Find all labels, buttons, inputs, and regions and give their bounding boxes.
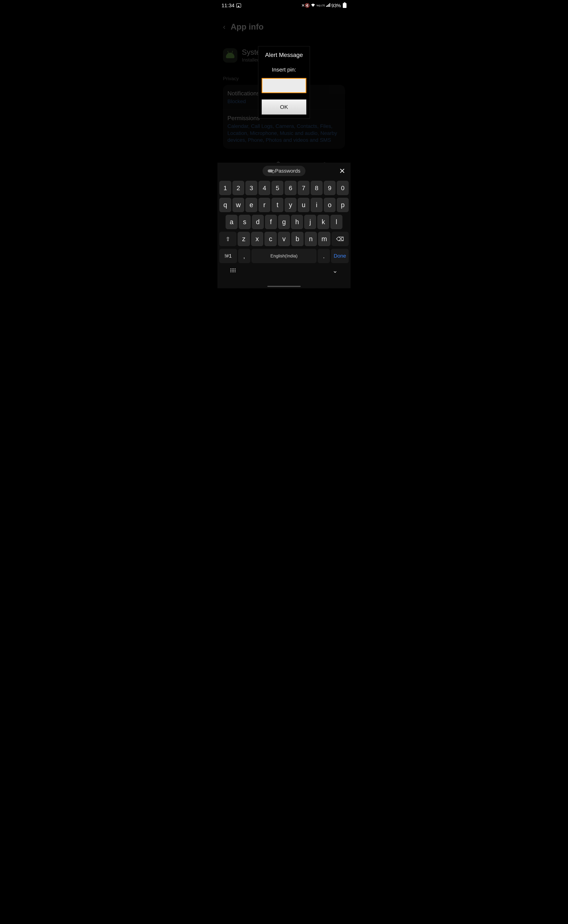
- key-i[interactable]: i: [311, 198, 323, 212]
- keyboard-row-z: ⇧ z x c v b n m ⌫: [219, 232, 349, 246]
- signal-icon: [326, 3, 330, 8]
- pin-dialog: Alert Message Insert pin: OK: [258, 46, 310, 119]
- battery-percent: 93%: [331, 3, 341, 9]
- back-icon[interactable]: ‹: [223, 23, 225, 31]
- key-done[interactable]: Done: [331, 249, 349, 263]
- svg-rect-2: [328, 4, 329, 7]
- key-backspace[interactable]: ⌫: [331, 232, 349, 246]
- key-3[interactable]: 3: [245, 181, 257, 195]
- volte-icon: Vo)) LTE: [316, 5, 325, 7]
- keyboard-row-q: q w e r t y u i o p: [219, 198, 349, 212]
- key-z[interactable]: z: [237, 232, 250, 246]
- svg-rect-3: [329, 3, 330, 7]
- key-s[interactable]: s: [239, 215, 251, 229]
- page-title: App info: [231, 22, 263, 32]
- key-6[interactable]: 6: [284, 181, 296, 195]
- key-b[interactable]: b: [291, 232, 304, 246]
- key-p[interactable]: p: [337, 198, 349, 212]
- key-7[interactable]: 7: [298, 181, 310, 195]
- key-u[interactable]: u: [298, 198, 310, 212]
- key-j[interactable]: j: [304, 215, 316, 229]
- key-symbols[interactable]: !#1: [219, 249, 237, 263]
- status-time: 11:34: [222, 3, 234, 9]
- key-x[interactable]: x: [251, 232, 263, 246]
- key-c[interactable]: c: [264, 232, 277, 246]
- key-9[interactable]: 9: [324, 181, 336, 195]
- key-shift[interactable]: ⇧: [219, 232, 237, 246]
- key-icon: [268, 169, 273, 172]
- battery-icon: [343, 3, 346, 8]
- ok-button[interactable]: OK: [261, 99, 307, 115]
- home-indicator[interactable]: [267, 286, 301, 287]
- key-5[interactable]: 5: [272, 181, 284, 195]
- key-m[interactable]: m: [318, 232, 331, 246]
- key-comma[interactable]: ,: [238, 249, 250, 263]
- hide-keyboard-icon[interactable]: ⌄: [332, 267, 338, 274]
- close-suggestions-icon[interactable]: ✕: [339, 167, 345, 175]
- dialog-prompt: Insert pin:: [261, 66, 307, 73]
- key-e[interactable]: e: [245, 198, 257, 212]
- keyboard: Passwords ✕ 1 2 3 4 5 6 7 8 9 0 q w e r: [218, 163, 350, 288]
- vibrate-icon: ✕🔇: [301, 3, 310, 8]
- keyboard-row-numbers: 1 2 3 4 5 6 7 8 9 0: [219, 181, 349, 195]
- keyboard-row-a: a s d f g h j k l: [219, 215, 349, 229]
- key-1[interactable]: 1: [219, 181, 231, 195]
- key-r[interactable]: r: [258, 198, 270, 212]
- key-g[interactable]: g: [278, 215, 290, 229]
- key-q[interactable]: q: [219, 198, 231, 212]
- picture-icon: [236, 3, 241, 8]
- svg-rect-1: [327, 5, 328, 7]
- permissions-list: Calendar, Call Logs, Camera, Contacts, F…: [227, 123, 341, 143]
- wifi-icon: [311, 3, 315, 8]
- svg-rect-0: [326, 6, 327, 7]
- key-8[interactable]: 8: [311, 181, 323, 195]
- passwords-suggestion[interactable]: Passwords: [263, 166, 306, 176]
- key-f[interactable]: f: [265, 215, 277, 229]
- dialog-title: Alert Message: [261, 51, 307, 59]
- backspace-icon: ⌫: [336, 236, 344, 242]
- key-d[interactable]: d: [252, 215, 264, 229]
- key-w[interactable]: w: [233, 198, 245, 212]
- permissions-row[interactable]: Permissions Calendar, Call Logs, Camera,…: [227, 115, 341, 143]
- passwords-label: Passwords: [275, 168, 301, 174]
- status-bar: 11:34 ✕🔇 Vo)) LTE 93%: [218, 0, 350, 11]
- keyboard-switcher-icon[interactable]: [230, 268, 236, 273]
- key-v[interactable]: v: [278, 232, 290, 246]
- key-space[interactable]: English(India): [251, 249, 317, 263]
- shift-icon: ⇧: [225, 236, 230, 242]
- key-o[interactable]: o: [324, 198, 336, 212]
- key-period[interactable]: .: [318, 249, 330, 263]
- keyboard-row-bottom: !#1 , English(India) . Done: [219, 249, 349, 263]
- key-0[interactable]: 0: [337, 181, 349, 195]
- key-h[interactable]: h: [291, 215, 303, 229]
- key-4[interactable]: 4: [258, 181, 270, 195]
- app-icon: [223, 48, 237, 63]
- key-l[interactable]: l: [331, 215, 343, 229]
- key-n[interactable]: n: [305, 232, 317, 246]
- key-t[interactable]: t: [272, 198, 284, 212]
- key-2[interactable]: 2: [233, 181, 245, 195]
- pin-input[interactable]: [261, 78, 307, 93]
- key-y[interactable]: y: [284, 198, 296, 212]
- key-k[interactable]: k: [317, 215, 329, 229]
- key-a[interactable]: a: [225, 215, 237, 229]
